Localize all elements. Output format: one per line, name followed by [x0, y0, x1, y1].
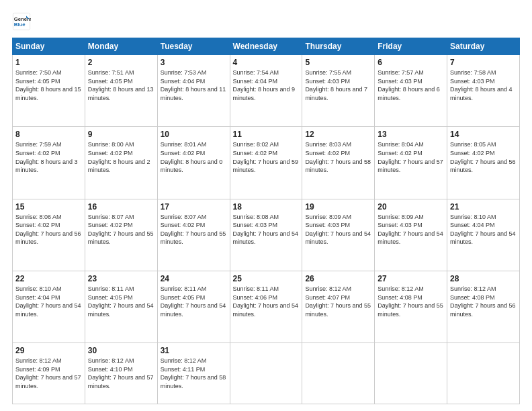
day-number: 15: [15, 202, 82, 212]
calendar-cell: 5Sunrise: 7:55 AMSunset: 4:03 PMDaylight…: [302, 55, 375, 127]
calendar-cell: 28Sunrise: 8:12 AMSunset: 4:08 PMDayligh…: [447, 271, 520, 342]
calendar-cell: 24Sunrise: 8:11 AMSunset: 4:05 PMDayligh…: [157, 271, 230, 342]
day-number: 5: [305, 58, 371, 67]
day-number: 9: [88, 130, 154, 139]
weekday-header-thursday: Thursday: [302, 38, 375, 55]
day-info: Sunrise: 8:03 AMSunset: 4:02 PMDaylight:…: [305, 140, 371, 174]
day-info: Sunrise: 8:09 AMSunset: 4:03 PMDaylight:…: [378, 213, 444, 246]
day-info: Sunrise: 7:54 AMSunset: 4:04 PMDaylight:…: [233, 68, 300, 102]
day-info: Sunrise: 8:11 AMSunset: 4:05 PMDaylight:…: [88, 285, 154, 318]
weekday-header-monday: Monday: [85, 38, 157, 55]
calendar-cell: 2Sunrise: 7:51 AMSunset: 4:05 PMDaylight…: [85, 55, 157, 127]
day-info: Sunrise: 8:08 AMSunset: 4:03 PMDaylight:…: [233, 213, 300, 246]
day-number: 20: [378, 202, 444, 212]
day-number: 23: [88, 274, 154, 283]
day-info: Sunrise: 8:12 AMSunset: 4:11 PMDaylight:…: [161, 357, 227, 390]
day-info: Sunrise: 8:10 AMSunset: 4:04 PMDaylight:…: [15, 285, 82, 318]
day-number: 28: [450, 274, 517, 283]
day-number: 18: [233, 202, 300, 212]
day-info: Sunrise: 7:50 AMSunset: 4:05 PMDaylight:…: [15, 68, 82, 102]
day-info: Sunrise: 8:06 AMSunset: 4:02 PMDaylight:…: [15, 213, 82, 246]
calendar-cell: 14Sunrise: 8:05 AMSunset: 4:02 PMDayligh…: [447, 127, 520, 199]
calendar-row-2: 8Sunrise: 7:59 AMSunset: 4:02 PMDaylight…: [13, 127, 520, 199]
calendar-cell: [230, 343, 302, 404]
calendar-row-5: 29Sunrise: 8:12 AMSunset: 4:09 PMDayligh…: [13, 343, 520, 404]
calendar-cell: 4Sunrise: 7:54 AMSunset: 4:04 PMDaylight…: [230, 55, 302, 127]
calendar-cell: 18Sunrise: 8:08 AMSunset: 4:03 PMDayligh…: [230, 199, 302, 271]
day-number: 27: [378, 274, 444, 283]
day-number: 11: [233, 130, 300, 139]
header-row: General Blue: [12, 12, 520, 31]
calendar-cell: 23Sunrise: 8:11 AMSunset: 4:05 PMDayligh…: [85, 271, 157, 342]
page: General Blue SundayMondayTuesdayWednesda…: [0, 0, 532, 411]
svg-text:General: General: [14, 16, 31, 22]
logo-icon: General Blue: [12, 12, 31, 31]
calendar-cell: 27Sunrise: 8:12 AMSunset: 4:08 PMDayligh…: [375, 271, 447, 342]
weekday-header-sunday: Sunday: [13, 38, 85, 55]
calendar-cell: 6Sunrise: 7:57 AMSunset: 4:03 PMDaylight…: [375, 55, 447, 127]
calendar-cell: 15Sunrise: 8:06 AMSunset: 4:02 PMDayligh…: [13, 199, 85, 271]
calendar-cell: 17Sunrise: 8:07 AMSunset: 4:02 PMDayligh…: [157, 199, 230, 271]
day-info: Sunrise: 8:11 AMSunset: 4:06 PMDaylight:…: [233, 285, 300, 318]
calendar-cell: 29Sunrise: 8:12 AMSunset: 4:09 PMDayligh…: [13, 343, 85, 404]
day-number: 26: [305, 274, 371, 283]
day-info: Sunrise: 8:12 AMSunset: 4:08 PMDaylight:…: [450, 285, 517, 318]
calendar-cell: 19Sunrise: 8:09 AMSunset: 4:03 PMDayligh…: [302, 199, 375, 271]
day-info: Sunrise: 8:10 AMSunset: 4:04 PMDaylight:…: [450, 213, 517, 246]
day-number: 29: [15, 346, 82, 355]
day-number: 1: [15, 58, 82, 67]
day-info: Sunrise: 7:53 AMSunset: 4:04 PMDaylight:…: [161, 68, 227, 102]
day-number: 8: [15, 130, 82, 139]
day-number: 2: [88, 58, 154, 67]
logo: General Blue: [12, 12, 31, 31]
day-info: Sunrise: 8:00 AMSunset: 4:02 PMDaylight:…: [88, 140, 154, 174]
weekday-header-wednesday: Wednesday: [230, 38, 302, 55]
day-number: 12: [305, 130, 371, 139]
day-number: 7: [450, 58, 517, 67]
day-info: Sunrise: 8:11 AMSunset: 4:05 PMDaylight:…: [161, 285, 227, 318]
day-info: Sunrise: 8:09 AMSunset: 4:03 PMDaylight:…: [305, 213, 371, 246]
day-info: Sunrise: 8:04 AMSunset: 4:02 PMDaylight:…: [378, 140, 444, 174]
day-info: Sunrise: 7:51 AMSunset: 4:05 PMDaylight:…: [88, 68, 154, 102]
calendar-cell: 26Sunrise: 8:12 AMSunset: 4:07 PMDayligh…: [302, 271, 375, 342]
day-number: 10: [161, 130, 227, 139]
day-number: 21: [450, 202, 517, 212]
calendar-cell: 11Sunrise: 8:02 AMSunset: 4:02 PMDayligh…: [230, 127, 302, 199]
calendar-cell: 13Sunrise: 8:04 AMSunset: 4:02 PMDayligh…: [375, 127, 447, 199]
calendar-cell: 20Sunrise: 8:09 AMSunset: 4:03 PMDayligh…: [375, 199, 447, 271]
calendar-cell: 7Sunrise: 7:58 AMSunset: 4:03 PMDaylight…: [447, 55, 520, 127]
day-info: Sunrise: 8:12 AMSunset: 4:10 PMDaylight:…: [88, 357, 154, 390]
calendar-cell: [302, 343, 375, 404]
day-info: Sunrise: 8:05 AMSunset: 4:02 PMDaylight:…: [450, 140, 517, 174]
day-info: Sunrise: 7:55 AMSunset: 4:03 PMDaylight:…: [305, 68, 371, 102]
calendar-cell: 9Sunrise: 8:00 AMSunset: 4:02 PMDaylight…: [85, 127, 157, 199]
day-info: Sunrise: 8:07 AMSunset: 4:02 PMDaylight:…: [88, 213, 154, 246]
weekday-header-friday: Friday: [375, 38, 447, 55]
day-number: 31: [161, 346, 227, 355]
day-info: Sunrise: 8:02 AMSunset: 4:02 PMDaylight:…: [233, 140, 300, 174]
calendar-row-3: 15Sunrise: 8:06 AMSunset: 4:02 PMDayligh…: [13, 199, 520, 271]
calendar-cell: 31Sunrise: 8:12 AMSunset: 4:11 PMDayligh…: [157, 343, 230, 404]
calendar-cell: 22Sunrise: 8:10 AMSunset: 4:04 PMDayligh…: [13, 271, 85, 342]
day-info: Sunrise: 7:58 AMSunset: 4:03 PMDaylight:…: [450, 68, 517, 102]
calendar-table: SundayMondayTuesdayWednesdayThursdayFrid…: [12, 38, 520, 404]
svg-text:Blue: Blue: [14, 21, 26, 28]
calendar-cell: 12Sunrise: 8:03 AMSunset: 4:02 PMDayligh…: [302, 127, 375, 199]
calendar-row-1: 1Sunrise: 7:50 AMSunset: 4:05 PMDaylight…: [13, 55, 520, 127]
calendar-row-4: 22Sunrise: 8:10 AMSunset: 4:04 PMDayligh…: [13, 271, 520, 342]
calendar-cell: 1Sunrise: 7:50 AMSunset: 4:05 PMDaylight…: [13, 55, 85, 127]
day-number: 6: [378, 58, 444, 67]
calendar-cell: [447, 343, 520, 404]
calendar-cell: 10Sunrise: 8:01 AMSunset: 4:02 PMDayligh…: [157, 127, 230, 199]
day-number: 14: [450, 130, 517, 139]
day-number: 16: [88, 202, 154, 212]
day-number: 4: [233, 58, 300, 67]
day-info: Sunrise: 7:59 AMSunset: 4:02 PMDaylight:…: [15, 140, 82, 174]
day-number: 17: [161, 202, 227, 212]
calendar-cell: 16Sunrise: 8:07 AMSunset: 4:02 PMDayligh…: [85, 199, 157, 271]
day-info: Sunrise: 8:12 AMSunset: 4:09 PMDaylight:…: [15, 357, 82, 390]
day-number: 30: [88, 346, 154, 355]
day-number: 3: [161, 58, 227, 67]
day-number: 13: [378, 130, 444, 139]
day-number: 22: [15, 274, 82, 283]
